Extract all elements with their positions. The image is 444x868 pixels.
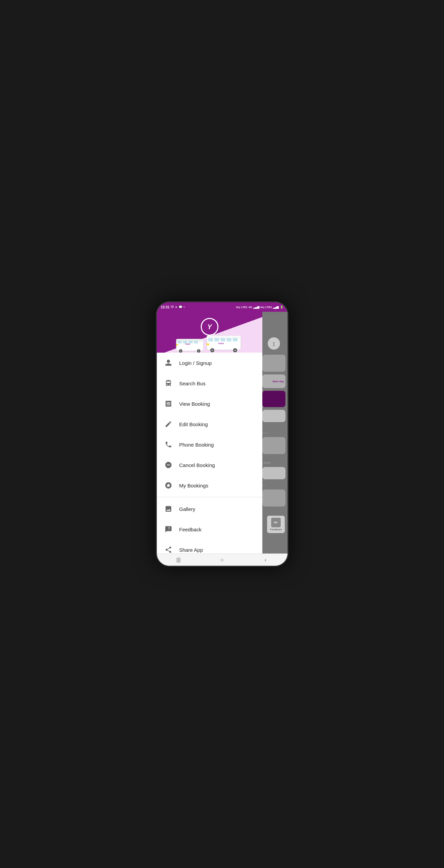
edit-icon: [163, 419, 174, 430]
phone-icon: [163, 439, 174, 450]
logo-svg: Y: [204, 322, 215, 332]
bus-images: YUGA: [157, 334, 262, 353]
drawer-header: Y: [157, 312, 262, 353]
svg-point-10: [198, 350, 199, 352]
content-card-5: [262, 489, 285, 507]
status-right: Vo) LTE1 4G ▂▄▆ Vo) LTE2 ▂▄▆ 🔋: [236, 306, 283, 309]
akola-text: ▪ Akola: [262, 461, 285, 464]
content-overlay: ↕ Next day hes ▪ Akola es: [260, 312, 287, 553]
menu-item-view-booking[interactable]: View Booking: [157, 393, 262, 414]
my-bookings-label: My Bookings: [179, 483, 209, 488]
login-label: Login / Signup: [179, 360, 212, 366]
feedback-widget-icon: ✏: [271, 518, 281, 527]
svg-text:Y: Y: [207, 323, 212, 331]
purple-card: [262, 391, 285, 407]
image-icon: [163, 503, 174, 514]
4g-icon: 4G: [248, 306, 252, 309]
menu-item-my-bookings[interactable]: My Bookings: [157, 475, 262, 496]
lte2-icon: LTE2: [265, 306, 272, 309]
whatsapp-icon: ●: [175, 305, 177, 309]
screen: Y: [157, 312, 287, 553]
menu-item-cancel-booking[interactable]: Cancel Booking: [157, 455, 262, 475]
signal1-icon: ▂▄▆: [253, 306, 259, 309]
home-icon: ○: [220, 557, 224, 563]
share-icon: [163, 544, 174, 553]
cancel-booking-label: Cancel Booking: [179, 462, 215, 468]
view-booking-label: View Booking: [179, 401, 210, 407]
phone-frame: 13:31 🛡 ● 💬 • Vo) LTE1 4G ▂▄▆ Vo) LTE2 ▂…: [156, 301, 289, 567]
phone-booking-label: Phone Booking: [179, 442, 214, 448]
svg-rect-24: [207, 343, 209, 345]
app-logo: Y: [201, 318, 218, 336]
svg-point-21: [211, 350, 213, 351]
svg-point-23: [234, 350, 236, 351]
content-bits: ↕ Next day hes ▪ Akola es: [260, 312, 287, 510]
recent-apps-icon: |||: [176, 557, 180, 563]
shield-icon: 🛡: [171, 305, 174, 309]
dot-icon: •: [184, 305, 185, 309]
search-bus-label: Search Bus: [179, 381, 206, 386]
grey-card-4: [262, 467, 285, 479]
navigation-drawer: Y: [157, 312, 262, 553]
menu-list: Login / Signup Search Bus View Booking: [157, 353, 262, 553]
menu-item-login[interactable]: Login / Signup: [157, 353, 262, 373]
sort-area: ↕: [262, 335, 285, 352]
svg-rect-3: [178, 341, 182, 343]
volte-icon: Vo): [236, 306, 240, 309]
menu-item-gallery[interactable]: Gallery: [157, 499, 262, 519]
phone-inner: 13:31 🛡 ● 💬 • Vo) LTE1 4G ▂▄▆ Vo) LTE2 ▂…: [157, 302, 287, 566]
feedback-label: Feedback: [179, 527, 202, 532]
nav-recent-apps[interactable]: |||: [172, 555, 185, 565]
svg-rect-11: [176, 344, 178, 345]
svg-text:YUGA: YUGA: [185, 343, 190, 345]
svg-text:YUGA: YUGA: [218, 342, 224, 344]
feedback-widget-label: Feedback: [270, 528, 282, 531]
share-app-label: Share App: [179, 547, 203, 553]
nav-back[interactable]: ‹: [259, 555, 273, 565]
bus-icon: [163, 378, 174, 389]
next-day-text: Next day: [273, 380, 284, 383]
time-display: 13:31: [161, 305, 170, 309]
volte2-icon: Vo): [260, 306, 264, 309]
menu-item-feedback[interactable]: Feedback: [157, 519, 262, 540]
menu-divider: [157, 497, 262, 497]
svg-point-8: [180, 350, 181, 352]
edit-booking-label: Edit Booking: [179, 421, 208, 427]
searches-text: hes: [262, 431, 285, 434]
menu-item-phone-booking[interactable]: Phone Booking: [157, 434, 262, 455]
bottom-nav: ||| ○ ‹: [157, 553, 287, 566]
svg-rect-17: [220, 338, 225, 341]
receipt-icon: [163, 398, 174, 409]
back-icon: ‹: [265, 557, 266, 563]
battery-icon: 🔋: [280, 306, 283, 309]
svg-rect-18: [227, 338, 231, 341]
svg-rect-19: [233, 338, 237, 341]
bus2-image: YUGA: [206, 334, 244, 353]
grey-card-2: [262, 410, 285, 422]
feedback-widget[interactable]: ✏ Feedback: [267, 516, 284, 533]
feedback-icon: [163, 524, 174, 535]
cancel-icon: [163, 460, 174, 470]
menu-item-edit-booking[interactable]: Edit Booking: [157, 414, 262, 434]
lte1-icon: LTE1: [241, 306, 247, 309]
bus1-image: YUGA: [176, 336, 206, 353]
content-card-3: [262, 437, 285, 454]
person-icon: [163, 357, 174, 368]
content-card-1: [262, 355, 285, 372]
next-day-card: Next day: [262, 374, 285, 388]
es-text: es: [262, 483, 285, 487]
svg-rect-16: [214, 338, 219, 341]
sort-icon: ↕: [268, 337, 280, 350]
star-icon: [163, 480, 174, 491]
gallery-label: Gallery: [179, 506, 196, 512]
signal2-icon: ▂▄▆: [273, 306, 279, 309]
menu-item-search-bus[interactable]: Search Bus: [157, 373, 262, 393]
nav-home[interactable]: ○: [215, 555, 229, 565]
svg-rect-6: [194, 341, 198, 343]
menu-item-share-app[interactable]: Share App: [157, 540, 262, 553]
status-bar: 13:31 🛡 ● 💬 • Vo) LTE1 4G ▂▄▆ Vo) LTE2 ▂…: [157, 302, 287, 312]
status-left: 13:31 🛡 ● 💬 •: [161, 305, 185, 309]
svg-rect-15: [208, 338, 213, 341]
chat-icon: 💬: [179, 305, 182, 309]
